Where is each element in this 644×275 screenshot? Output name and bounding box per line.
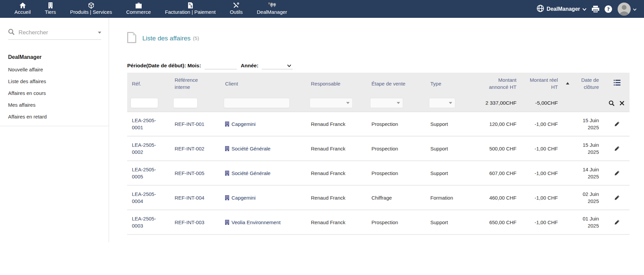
reference-interne[interactable]: REF-INT-003 — [175, 219, 204, 226]
month-input[interactable] — [205, 61, 237, 69]
sidebar-item-affaires-en-cours[interactable]: Affaires en cours — [8, 87, 109, 99]
montant-reel-cell: -1,00 CHF — [520, 170, 561, 177]
list-view-icon[interactable] — [614, 80, 620, 87]
montant-reel-cell: -1,00 CHF — [520, 219, 561, 226]
type-cell: Support — [426, 170, 461, 177]
etape-cell: Chiffrage — [367, 194, 426, 201]
caret-down-icon — [346, 102, 350, 104]
col-header-date-cloture[interactable]: Date de clôture — [561, 74, 602, 93]
client-link[interactable]: Capgemini — [225, 194, 303, 201]
filter-responsable-select[interactable] — [310, 98, 353, 108]
nav-label: Outils — [230, 9, 243, 16]
reference-interne[interactable]: REF-INT-004 — [175, 194, 204, 201]
col-header-ref[interactable]: Réf. — [127, 77, 170, 90]
caret-down-icon[interactable] — [98, 32, 101, 34]
company-icon — [225, 171, 229, 176]
client-link[interactable]: Veolia Environnement — [225, 219, 303, 226]
type-cell: Support — [426, 121, 461, 128]
edit-pencil-icon[interactable] — [614, 219, 620, 225]
edit-pencil-icon[interactable] — [614, 121, 620, 127]
ref-link[interactable]: LEA-2505-0004 — [132, 191, 163, 205]
total-montant-reel: -5,00CHF — [535, 100, 558, 106]
col-header-responsable[interactable]: Responsable — [306, 77, 367, 90]
col-header-client[interactable]: Client — [220, 77, 306, 90]
nav-item-dealmanager[interactable]: ? DealManager — [257, 2, 287, 16]
table-row[interactable]: LEA-2505-0004 REF-INT-004 Capgemini Rena… — [127, 186, 630, 210]
responsable-cell: Renaud Franck — [306, 121, 367, 128]
ref-link[interactable]: LEA-2505-0005 — [132, 166, 163, 180]
sidebar-item-mes-affaires[interactable]: Mes affaires — [8, 99, 109, 111]
nav-item-accueil[interactable]: Accueil — [14, 2, 31, 16]
table-row[interactable]: LEA-2505-0003 REF-INT-003 Veolia Environ… — [127, 210, 630, 235]
table-row[interactable]: LEA-2505-0002 REF-INT-002 Société Généra… — [127, 137, 630, 161]
nav-item-commerce[interactable]: Commerce — [126, 2, 151, 16]
sidebar-divider — [0, 126, 109, 126]
ref-link[interactable]: LEA-2505-0001 — [132, 117, 163, 131]
client-link[interactable]: Société Générale — [225, 170, 303, 177]
document-icon — [127, 32, 136, 44]
clear-filter-close-icon[interactable] — [620, 101, 624, 105]
date-cloture-cell: 15 Juin 2025 — [574, 117, 599, 131]
nav-label: Produits | Services — [70, 9, 112, 16]
nav-item-outils[interactable]: Outils — [230, 2, 243, 16]
montant-annonce-cell: 607,00 CHF — [461, 170, 520, 177]
etape-cell: Prospection — [367, 170, 426, 177]
page-header: Liste des affaires (5) — [127, 32, 644, 44]
page-count: (5) — [193, 35, 199, 41]
chevron-down-icon — [633, 6, 637, 12]
col-header-etape-de-vente[interactable]: Étape de vente — [367, 77, 426, 90]
reference-interne[interactable]: REF-INT-002 — [175, 145, 204, 152]
sidebar-section-title: DealManager — [8, 54, 109, 60]
print-button[interactable] — [592, 6, 599, 12]
period-month-label: Période(Date de début): Mois: — [127, 62, 201, 69]
edit-pencil-icon[interactable] — [614, 195, 620, 201]
sidebar: DealManager Nouvelle affaire Liste des a… — [0, 18, 109, 242]
montant-reel-cell: -1,00 CHF — [520, 121, 561, 128]
sidebar-item-affaires-en-retard[interactable]: Affaires en retard — [8, 111, 109, 123]
reference-interne[interactable]: REF-INT-001 — [175, 121, 204, 128]
tools-icon — [233, 2, 239, 9]
client-link[interactable]: Société Générale — [225, 145, 303, 152]
col-header-type[interactable]: Type — [426, 77, 461, 90]
col-header-montant-reel[interactable]: Montant réel HT — [520, 74, 561, 93]
filter-type-select[interactable] — [429, 98, 455, 108]
chevron-down-icon — [582, 6, 586, 12]
filter-etape-select[interactable] — [370, 98, 403, 108]
col-header-reference-interne[interactable]: Référence interne — [170, 74, 220, 93]
nav-item-tiers[interactable]: Tiers — [45, 2, 56, 16]
table-row[interactable]: LEA-2505-0001 REF-INT-001 Capgemini Rena… — [127, 112, 630, 137]
map-pins-icon: ? — [267, 2, 276, 9]
col-header-actions — [602, 77, 630, 90]
svg-text:$: $ — [190, 5, 192, 8]
sidebar-item-nouvelle-affaire[interactable]: Nouvelle affaire — [8, 64, 109, 75]
date-cloture-cell: 15 Juin 2025 — [574, 141, 599, 156]
apply-filter-search-icon[interactable] — [609, 100, 614, 106]
edit-pencil-icon[interactable] — [614, 146, 620, 151]
user-menu[interactable] — [617, 2, 637, 16]
nav-item-facturation-paiement[interactable]: $ Facturation | Paiement — [165, 2, 216, 16]
nav-item-produits-services[interactable]: Produits | Services — [70, 2, 112, 16]
year-select[interactable] — [262, 61, 293, 69]
home-icon — [20, 2, 26, 9]
sort-ascending-icon — [566, 82, 569, 84]
client-link[interactable]: Capgemini — [225, 121, 303, 128]
main-content: Liste des affaires (5) Période(Date de d… — [109, 18, 644, 275]
edit-pencil-icon[interactable] — [614, 170, 620, 176]
table-filter-row: 2 337,00CHF -5,00CHF — [127, 94, 630, 112]
montant-annonce-cell: 650,00 CHF — [461, 219, 520, 226]
app-switcher-dropdown[interactable]: DealManager — [537, 5, 586, 13]
search-input[interactable] — [18, 29, 96, 36]
help-button[interactable]: ? — [605, 5, 612, 13]
col-header-montant-annonce[interactable]: Montant annoncé HT — [461, 74, 520, 93]
ref-link[interactable]: LEA-2505-0003 — [132, 215, 163, 229]
page-title: Liste des affaires — [142, 35, 190, 42]
reference-interne[interactable]: REF-INT-005 — [175, 170, 204, 177]
table-row[interactable]: LEA-2505-0005 REF-INT-005 Société Généra… — [127, 161, 630, 186]
ref-link[interactable]: LEA-2505-0002 — [132, 141, 163, 156]
responsable-cell: Renaud Franck — [306, 219, 367, 226]
sidebar-item-liste-des-affaires[interactable]: Liste des affaires — [8, 75, 109, 87]
filter-ref-input[interactable] — [131, 98, 158, 108]
company-icon — [225, 146, 229, 151]
filter-reference-interne-input[interactable] — [173, 98, 198, 108]
filter-client-input[interactable] — [224, 98, 290, 108]
